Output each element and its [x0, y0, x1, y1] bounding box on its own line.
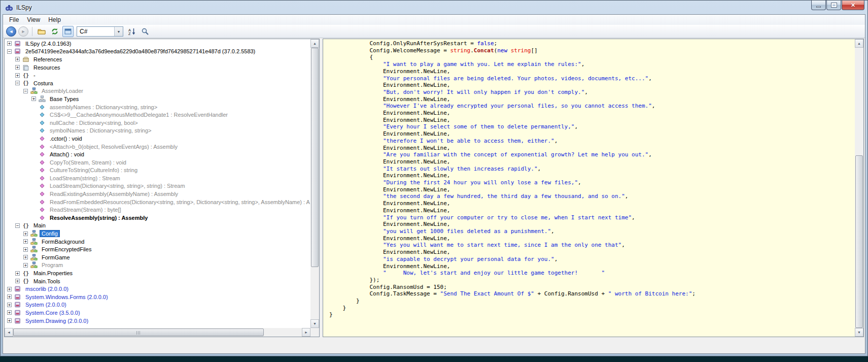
tree-item[interactable]: ResolveAssembly(string) : Assembly: [5, 214, 310, 222]
class-icon: [30, 261, 38, 269]
expand-icon[interactable]: +: [7, 318, 12, 323]
code-line: "the second day a few hundred, the third…: [329, 193, 854, 200]
minimize-button[interactable]: [811, 1, 826, 10]
tree-item[interactable]: +System.Core (3.5.0.0): [5, 309, 310, 317]
tree-item[interactable]: −2e5d74199ee2ea4344afc3a76d9eeda6229d0a4…: [5, 48, 310, 56]
tree-item[interactable]: +System.Drawing (2.0.0.0): [5, 317, 310, 325]
collapse-icon[interactable]: −: [7, 49, 12, 54]
back-button[interactable]: ◄: [6, 26, 16, 37]
search-button[interactable]: [140, 26, 151, 37]
tree-item-label: Config: [40, 231, 59, 237]
collapse-icon[interactable]: −: [15, 81, 20, 85]
menu-help[interactable]: Help: [44, 15, 65, 24]
tree-item[interactable]: +Program: [5, 261, 310, 270]
close-button[interactable]: ✕: [842, 1, 864, 10]
code-line: Config.WelcomeMessage = string.Concat(ne…: [329, 47, 854, 54]
tree-item[interactable]: +System.Windows.Forms (2.0.0.0): [5, 293, 310, 301]
code-line: " Now, let's start and enjoy our little …: [329, 270, 854, 277]
tree-item[interactable]: +{}Main.Tools: [5, 277, 310, 285]
expand-icon[interactable]: +: [7, 41, 12, 46]
tree-item[interactable]: CopyTo(Stream, Stream) : void: [5, 158, 310, 167]
maximize-button[interactable]: [826, 1, 841, 10]
expand-icon[interactable]: +: [23, 255, 28, 259]
tree-item[interactable]: −{}Main: [5, 222, 310, 230]
menu-view[interactable]: View: [23, 15, 44, 24]
expand-icon[interactable]: +: [7, 294, 12, 299]
tree-item[interactable]: LoadStream(string) : Stream: [5, 174, 310, 182]
open-file-button[interactable]: [36, 26, 47, 37]
tree-item[interactable]: LoadStream(Dictionary<string, string>, s…: [5, 182, 310, 190]
tree-item[interactable]: symbolNames : Dictionary<string, string>: [5, 127, 310, 135]
tree-item[interactable]: +{}-: [5, 71, 310, 79]
tree-item[interactable]: CultureToString(CultureInfo) : string: [5, 167, 310, 175]
expand-icon[interactable]: +: [15, 57, 20, 61]
code-vscroll-thumb[interactable]: [855, 155, 863, 328]
toggle-view-button[interactable]: [62, 26, 74, 37]
tree-item[interactable]: +FormBackground: [5, 238, 310, 246]
tree-item[interactable]: +ILSpy (2.4.0.1963): [5, 40, 310, 48]
tree-item[interactable]: ReadStream(Stream) : byte[]: [5, 206, 310, 214]
tree-item[interactable]: +References: [5, 55, 310, 63]
tree-vertical-scrollbar[interactable]: ▲ ▼: [310, 39, 319, 328]
expand-icon[interactable]: +: [15, 65, 20, 70]
tree-item[interactable]: ReadExistingAssembly(AssemblyName) : Ass…: [5, 190, 310, 198]
tree-item[interactable]: +Base Types: [5, 95, 310, 103]
expand-icon[interactable]: +: [15, 279, 20, 283]
tree-item[interactable]: −{}Costura: [5, 79, 310, 87]
tree-item[interactable]: .cctor() : void: [5, 135, 310, 143]
method-icon: [38, 198, 46, 206]
code-line: }: [329, 305, 854, 312]
expand-icon[interactable]: +: [7, 310, 12, 315]
collapse-icon[interactable]: −: [23, 89, 28, 93]
menu-file[interactable]: File: [5, 15, 23, 24]
tree-item[interactable]: +mscorlib (2.0.0.0): [5, 285, 310, 293]
tree-item[interactable]: −AssemblyLoader: [5, 87, 310, 95]
tree-item[interactable]: nullCache : Dictionary<string, bool>: [5, 119, 310, 127]
expand-icon[interactable]: +: [31, 96, 36, 101]
tree-item[interactable]: assemblyNames : Dictionary<string, strin…: [5, 103, 310, 111]
tree-item[interactable]: +FormEncryptedFiles: [5, 245, 310, 253]
expand-icon[interactable]: +: [23, 232, 28, 236]
expand-icon[interactable]: +: [23, 239, 28, 244]
tree-item[interactable]: +System (2.0.0.0): [5, 301, 310, 309]
code-line: "It starts out slowly then increases rap…: [329, 166, 854, 173]
tree-item[interactable]: +FormGame: [5, 253, 310, 261]
tree-item[interactable]: <Attach>b_0(object, ResolveEventArgs) : …: [5, 143, 310, 151]
tree-horizontal-scrollbar[interactable]: ◄ ►: [5, 328, 310, 337]
tree-item[interactable]: CS$<>9__CachedAnonymousMethodDelegate1 :…: [5, 111, 310, 119]
tree-item[interactable]: Attach() : void: [5, 150, 310, 158]
tree-item[interactable]: +Resources: [5, 63, 310, 72]
language-select[interactable]: C# ▼: [77, 26, 123, 37]
collapse-icon[interactable]: −: [15, 223, 20, 228]
scroll-left-arrow-icon[interactable]: ◄: [5, 328, 13, 337]
tree-item-label: FormGame: [40, 254, 72, 260]
sort-button[interactable]: AZ: [126, 26, 137, 37]
assembly-icon: [14, 293, 22, 301]
code-line: "Your personal files are being deleted. …: [329, 75, 854, 82]
expand-icon[interactable]: +: [15, 271, 20, 276]
expand-icon[interactable]: +: [23, 263, 28, 268]
tree-item[interactable]: +{}Main.Properties: [5, 269, 310, 277]
tree-hscroll-thumb[interactable]: [13, 328, 264, 336]
scroll-right-arrow-icon[interactable]: ►: [302, 328, 310, 337]
scrollbar-corner: [310, 328, 319, 337]
decompiled-code-view[interactable]: Config.OnlyRunAfterSysRestart = false; C…: [329, 40, 854, 336]
expand-icon[interactable]: +: [23, 247, 28, 252]
scroll-down-arrow-icon[interactable]: ▼: [855, 328, 863, 337]
expand-icon[interactable]: +: [7, 303, 12, 307]
tree-item[interactable]: ReadFromEmbeddedResources(Dictionary<str…: [5, 198, 310, 206]
scroll-down-arrow-icon[interactable]: ▼: [310, 319, 319, 328]
code-line: }: [329, 311, 854, 318]
scroll-up-arrow-icon[interactable]: ▲: [310, 39, 319, 48]
scroll-up-arrow-icon[interactable]: ▲: [855, 39, 863, 48]
method-icon: [38, 182, 46, 190]
tree-vscroll-thumb[interactable]: [311, 48, 319, 267]
expand-icon[interactable]: +: [15, 73, 20, 78]
expand-icon[interactable]: +: [7, 287, 12, 291]
tree-item[interactable]: +Config: [5, 229, 310, 238]
refresh-button[interactable]: [49, 26, 60, 37]
tree-item-label: ReadExistingAssembly(AssemblyName) : Ass…: [48, 191, 180, 197]
forward-button[interactable]: ►: [18, 26, 28, 37]
code-vertical-scrollbar[interactable]: ▲ ▼: [855, 39, 863, 337]
namespace-icon: {}: [22, 270, 30, 277]
